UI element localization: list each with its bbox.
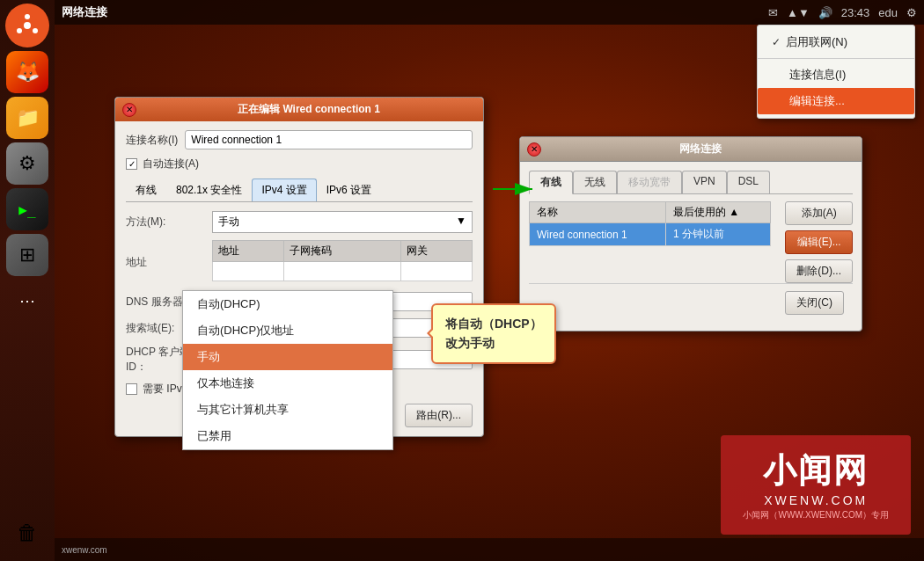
- nc-title: 网络连接: [546, 142, 854, 157]
- close-nc-button[interactable]: 关闭(C): [785, 291, 844, 315]
- svg-point-2: [25, 14, 30, 19]
- nc-titlebar: ✕ 网络连接: [520, 137, 862, 162]
- files-icon[interactable]: 📁: [6, 97, 48, 139]
- tab-wired[interactable]: 有线: [529, 171, 573, 194]
- address-section-row: 地址 地址 子网掩码 网关: [126, 240, 473, 285]
- tab-mobile: 移动宽带: [617, 171, 682, 193]
- edit-connections-item[interactable]: 编辑连接...: [758, 88, 914, 114]
- terminal-icon[interactable]: ▶_: [6, 188, 48, 230]
- method-link-local[interactable]: 仅本地连接: [183, 370, 392, 397]
- auto-connect-label: 自动连接(A): [143, 157, 199, 171]
- close-edit-button[interactable]: ✕: [122, 103, 136, 117]
- method-auto-dhcp[interactable]: 自动(DHCP): [183, 291, 392, 317]
- user-display: edu: [878, 6, 898, 19]
- addr-ip-cell[interactable]: [213, 262, 284, 281]
- address-table-container: 地址 子网掩码 网关: [212, 240, 473, 285]
- addr-mask-cell[interactable]: [283, 262, 400, 281]
- nc-buttons: 添加(A) 编辑(E)... 删除(D)...: [785, 201, 853, 283]
- system-dropdown: ✓ 启用联网(N) 连接信息(I) 编辑连接...: [757, 25, 915, 119]
- nc-main: 名称 最后使用的 ▲ Wired connection 1 1 分钟以前: [529, 201, 771, 283]
- checkmark-icon: ✓: [772, 36, 781, 48]
- method-select-container: 手动 ▼: [212, 211, 473, 233]
- auto-connect-row: ✓ 自动连接(A): [126, 157, 473, 171]
- addr-col-mask: 子网掩码: [283, 241, 400, 262]
- bottom-url: xwenw.com: [62, 545, 107, 555]
- tab-dsl[interactable]: DSL: [727, 171, 770, 193]
- tab-wireless[interactable]: 无线: [573, 171, 617, 193]
- conn-name-input[interactable]: [185, 130, 473, 149]
- network-connections-window: ✕ 网络连接 有线 无线 移动宽带 VPN DSL 名称 最后使用的 ▲: [519, 136, 862, 332]
- nc-content: 有线 无线 移动宽带 VPN DSL 名称 最后使用的 ▲ Wired: [520, 162, 862, 331]
- callout-line2: 改为手动: [445, 333, 542, 353]
- edit-button[interactable]: 编辑(E)...: [785, 230, 853, 254]
- col-last-used[interactable]: 最后使用的 ▲: [665, 202, 770, 223]
- method-dropdown: 自动(DHCP) 自动(DHCP)仅地址 手动 仅本地连接 与其它计算机共享 已…: [182, 290, 393, 450]
- taskbar: 🦊 📁 ⚙ ▶_ ⊞ ⋯ 🗑: [0, 0, 55, 561]
- topbar-icons: ✉ ▲▼ 🔊 23:43 edu ⚙: [768, 6, 917, 19]
- method-manual[interactable]: 手动: [183, 344, 392, 370]
- svg-point-1: [24, 22, 31, 29]
- address-table: 地址 子网掩码 网关: [212, 240, 473, 281]
- method-label: 方法(M):: [126, 215, 205, 230]
- nc-bottom: 关闭(C): [529, 283, 853, 322]
- watermark: 小闻网 XWENW.COM 小闻网（WWW.XWENW.COM）专用: [721, 435, 911, 535]
- svg-point-4: [17, 28, 22, 33]
- method-row: 方法(M): 手动 ▼: [126, 211, 473, 233]
- volume-icon[interactable]: 🔊: [818, 6, 832, 19]
- tab-vpn[interactable]: VPN: [682, 171, 727, 193]
- firefox-icon[interactable]: 🦊: [6, 51, 48, 93]
- more-apps-icon[interactable]: ⋯: [6, 280, 48, 322]
- apps-icon[interactable]: ⊞: [6, 234, 48, 276]
- subtab-ipv6[interactable]: IPv6 设置: [317, 178, 381, 201]
- nc-tab-bar: 有线 无线 移动宽带 VPN DSL: [529, 171, 853, 194]
- time-display: 23:43: [841, 6, 870, 19]
- address-row: [213, 262, 473, 281]
- callout-line1: 将自动（DHCP）: [445, 314, 542, 333]
- trash-icon[interactable]: 🗑: [6, 512, 48, 554]
- bottom-bar: xwenw.com: [55, 538, 924, 561]
- dropdown-arrow-icon: ▼: [456, 215, 466, 230]
- connections-table: 名称 最后使用的 ▲ Wired connection 1 1 分钟以前: [529, 201, 771, 246]
- addr-col-ip: 地址: [213, 241, 284, 262]
- method-select[interactable]: 手动 ▼: [212, 211, 473, 233]
- gear-icon[interactable]: ⚙: [906, 6, 917, 19]
- watermark-main: 小闻网: [743, 448, 889, 493]
- svg-point-3: [33, 28, 38, 33]
- edit-title: 正在编辑 Wired connection 1: [142, 102, 476, 117]
- conn-last-used-cell: 1 分钟以前: [665, 223, 770, 246]
- callout: 将自动（DHCP） 改为手动: [431, 303, 556, 364]
- subtab-wired[interactable]: 有线: [126, 178, 166, 201]
- conn-name-cell: Wired connection 1: [530, 223, 666, 246]
- enable-network-item[interactable]: ✓ 启用联网(N): [758, 29, 914, 55]
- conn-name-row: 连接名称(I): [126, 130, 473, 149]
- watermark-sub: 小闻网（WWW.XWENW.COM）专用: [743, 509, 889, 521]
- delete-button[interactable]: 删除(D)...: [785, 259, 853, 283]
- topbar: 网络连接 ✉ ▲▼ 🔊 23:43 edu ⚙: [55, 0, 924, 25]
- method-disabled[interactable]: 已禁用: [183, 423, 392, 449]
- add-button[interactable]: 添加(A): [785, 201, 853, 225]
- edit-titlebar: ✕ 正在编辑 Wired connection 1: [115, 98, 483, 121]
- method-shared[interactable]: 与其它计算机共享: [183, 397, 392, 423]
- topbar-title: 网络连接: [62, 4, 107, 20]
- ubuntu-icon[interactable]: [5, 4, 49, 47]
- connection-info-item[interactable]: 连接信息(I): [758, 62, 914, 88]
- watermark-url: XWENW.COM: [743, 493, 889, 507]
- edit-tab-bar: 有线 802.1x 安全性 IPv4 设置 IPv6 设置: [126, 178, 473, 202]
- subtab-8021x[interactable]: 802.1x 安全性: [166, 178, 252, 201]
- address-label: 地址: [126, 255, 205, 270]
- table-row[interactable]: Wired connection 1 1 分钟以前: [530, 223, 771, 246]
- email-icon[interactable]: ✉: [768, 6, 778, 19]
- close-button-nc[interactable]: ✕: [527, 142, 541, 157]
- nc-layout: 名称 最后使用的 ▲ Wired connection 1 1 分钟以前 添加(…: [529, 201, 853, 283]
- routes-button[interactable]: 路由(R)...: [405, 404, 473, 427]
- settings-icon[interactable]: ⚙: [6, 142, 48, 185]
- addr-col-gw: 网关: [401, 241, 473, 262]
- network-icon[interactable]: ▲▼: [787, 6, 810, 19]
- conn-name-label: 连接名称(I): [126, 133, 178, 148]
- auto-connect-checkbox[interactable]: ✓: [126, 158, 137, 170]
- method-auto-dhcp-addr[interactable]: 自动(DHCP)仅地址: [183, 317, 392, 344]
- subtab-ipv4[interactable]: IPv4 设置: [252, 178, 316, 201]
- addr-gw-cell[interactable]: [401, 262, 473, 281]
- require-ipv4-checkbox[interactable]: [126, 383, 137, 395]
- col-name[interactable]: 名称: [530, 202, 666, 223]
